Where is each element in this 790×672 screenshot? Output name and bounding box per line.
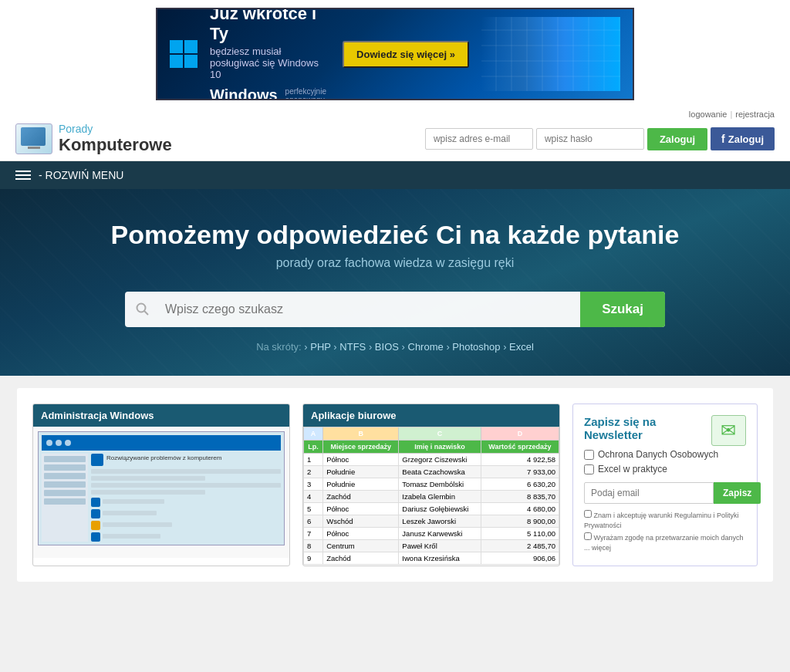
newsletter-check-1[interactable]: Ochrona Danych Osobowych [584,449,746,460]
col-miejsce: Miejsce sprzedaży [323,441,399,454]
arrow-5: › [503,341,509,353]
shortcut-photoshop[interactable]: Photoshop [452,341,500,353]
banner-tagline: perfekcyjnie opanowany [285,87,331,101]
search-button[interactable]: Szukaj [580,292,665,327]
table-cell: 6 630,20 [481,478,559,491]
newsletter-checkboxes: Ochrona Danych Osobowych Excel w praktyc… [584,449,746,474]
check-label-2: Excel w praktyce [598,464,667,474]
hero-title: Pomożemy odpowiedzieć Ci na każde pytani… [15,220,775,250]
col-header-a: A [304,427,323,441]
shortcut-chrome[interactable]: Chrome [408,341,444,353]
windows-card-header: Administracja Windows [33,404,289,427]
table-row: 7PółnocJanusz Karwewski5 110,00 [304,528,559,540]
table-cell: 7 933,00 [481,466,559,478]
table-cell: Tomasz Dembólski [399,478,481,491]
shortcuts-bar: Na skróty: › PHP › NTFS › BIOS › Chrome … [15,341,775,353]
banner-cta-button[interactable]: Dowiedz się więcej » [343,41,469,68]
terms-check-1[interactable] [584,510,592,518]
table-cell: 6 [304,515,323,528]
nav-menu-label[interactable]: - ROZWIŃ MENU [39,169,123,181]
table-row: 1PółnocGrzegorz Ciszewski4 922,58 [304,454,559,466]
windows-card: Administracja Windows [32,404,290,566]
windows-wordmark: Windows [210,86,278,100]
table-row: 2PołudnieBeata Czachowska7 933,00 [304,466,559,478]
windows-card-body: Rozwiązywanie problemów z komputerem [33,427,289,558]
table-cell: 2 [304,466,323,478]
password-input[interactable] [536,128,644,150]
check-label-1: Ochrona Danych Osobowych [598,449,718,460]
fb-login-button[interactable]: f Zaloguj [711,127,775,150]
facebook-icon: f [721,133,725,145]
hero-section: Pomożemy odpowiedzieć Ci na każde pytani… [0,189,790,376]
excel-table: A B C D Lp. Miejsce sprzedaży Imię i naz… [303,427,559,565]
shortcut-ntfs[interactable]: NTFS [339,341,366,353]
newsletter-check-2[interactable]: Excel w praktyce [584,464,746,474]
email-input[interactable] [425,128,533,150]
register-link[interactable]: rejestracja [735,110,775,119]
table-row: 8CentrumPaweł Kről2 485,70 [304,540,559,552]
newsletter-email-input[interactable] [584,482,714,504]
newsletter-email-row: Zapisz [584,482,746,504]
table-cell: 8 [304,540,323,552]
terms-check-2[interactable] [584,532,592,540]
hamburger-menu[interactable] [15,171,31,180]
table-cell: Grzegorz Ciszewski [399,454,481,466]
header-main: Porady Komputerowe Zaloguj f Zaloguj [15,123,775,154]
table-row: 6WschódLeszek Jaworski8 900,00 [304,515,559,528]
check-input-2[interactable] [584,464,594,474]
header-login-form: Zaloguj f Zaloguj [425,127,775,150]
table-cell: Janusz Karwewski [399,528,481,540]
logo-text: Porady Komputerowe [59,123,172,154]
table-cell: 2 485,70 [481,540,559,552]
shortcut-arrow: › [304,341,307,353]
windows-banner[interactable]: Już wkrótce i Ty będziesz musiał posługi… [156,8,634,100]
table-cell: Północ [323,528,399,540]
table-cell: Beata Czachowska [399,466,481,478]
site-header: logowanie | rejestracja Porady Komputero… [0,106,790,161]
excel-card: Aplikacje biurowe A B C D Lp. Miejsce sp… [302,404,560,566]
newsletter-terms-2: Wyrażam zgodę na przetwarzanie moich dan… [584,532,746,552]
table-cell: 4 922,58 [481,454,559,466]
table-cell: 3 [304,478,323,491]
excel-card-header: Aplikacje biurowe [303,404,559,427]
table-cell: Izabela Glembin [399,491,481,503]
col-imie: Imię i nazwisko [399,441,481,454]
shortcut-excel[interactable]: Excel [509,341,534,353]
excel-tbody: 1PółnocGrzegorz Ciszewski4 922,582Połudn… [304,454,559,565]
hero-subtitle: porady oraz fachowa wiedza w zasięgu ręk… [15,256,775,270]
table-cell: 9 [304,552,323,565]
table-cell: 7 [304,528,323,540]
logo-area[interactable]: Porady Komputerowe [15,123,172,154]
login-button[interactable]: Zaloguj [647,128,707,150]
table-row: 4ZachódIzabela Glembin8 835,70 [304,491,559,503]
table-cell: 1 [304,454,323,466]
table-cell: Paweł Kről [399,540,481,552]
nav-bar[interactable]: - ROZWIŃ MENU [0,161,790,189]
newsletter-submit-button[interactable]: Zapisz [714,482,761,504]
table-cell: Iwona Krzesińska [399,552,481,565]
table-cell: 8 900,00 [481,515,559,528]
search-input[interactable] [160,292,580,327]
header-top-nav: logowanie | rejestracja [15,106,775,123]
table-row: 9ZachódIwona Krzesińska906,06 [304,552,559,565]
banner-subtitle: będziesz musiał posługiwać się Windows 1… [210,46,330,80]
fb-login-label: Zaloguj [728,133,764,145]
shortcut-php[interactable]: PHP [310,341,331,353]
table-cell: Wschód [323,515,399,528]
arrow-2: › [369,341,375,353]
col-header-c: C [399,427,481,441]
svg-line-1 [144,311,148,315]
table-cell: Zachód [323,491,399,503]
table-cell: Leszek Jaworski [399,515,481,528]
shortcut-bios[interactable]: BIOS [375,341,399,353]
col-header-b: B [323,427,399,441]
hamburger-line-1 [15,171,31,172]
table-cell: 4 [304,491,323,503]
windows-logo-icon [170,40,198,68]
login-link[interactable]: logowanie [689,110,728,119]
svg-point-0 [137,304,146,312]
table-cell: 8 835,70 [481,491,559,503]
check-input-1[interactable] [584,450,594,460]
search-icon [125,292,160,327]
col-lp: Lp. [304,441,323,454]
